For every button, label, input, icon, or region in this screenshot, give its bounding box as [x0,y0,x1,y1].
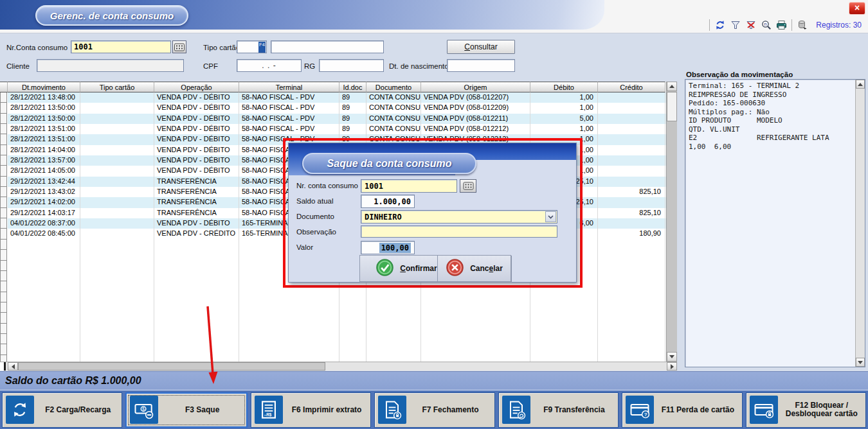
row-selector-cell[interactable] [0,250,7,260]
f3-saque-button[interactable]: $ F3 Saque [125,392,247,428]
horizontal-scroll-thumb[interactable] [18,362,325,371]
table-cell[interactable] [80,166,154,176]
table-cell[interactable]: VENDA PDV - DÉBITO [154,114,239,124]
table-cell[interactable]: VENDA PDV (058-012209) [421,103,530,113]
table-cell[interactable]: 28/12/2021 13:51:00 [8,124,80,134]
table-cell[interactable]: 58-NAO FISCAL - PDV [239,114,339,124]
row-selector-cell[interactable] [0,302,7,313]
table-cell[interactable]: 1,00 [530,124,598,134]
table-cell[interactable]: 58-NAO FISCAL - PDV [239,92,339,103]
dialog-observacao-input[interactable] [361,225,557,238]
column-header[interactable]: Tipo cartão [80,82,154,92]
tipo-cartao-code-input[interactable]: F4 [237,40,267,53]
scroll-left-icon[interactable] [8,362,18,371]
column-header[interactable]: Dt.movimento [8,82,80,92]
scroll-up-icon[interactable] [667,82,677,91]
clear-filter-icon[interactable] [745,20,756,31]
table-cell[interactable]: VENDA PDV - DÉBITO [154,134,239,144]
nascimento-input[interactable] [447,59,515,72]
table-cell[interactable]: 180,90 [598,229,665,239]
scroll-right-icon[interactable] [667,362,677,371]
dialog-nr-conta-input[interactable] [361,179,457,193]
table-cell[interactable] [598,92,665,103]
row-selector-cell[interactable] [0,208,7,218]
dialog-valor-input[interactable]: 100,00 [361,241,415,254]
table-cell[interactable]: 1,00 [530,92,598,103]
column-header[interactable]: Terminal [239,82,339,92]
table-cell[interactable]: CONTA CONSUM [366,124,421,134]
table-cell[interactable]: VENDA PDV (058-012207) [421,92,530,103]
table-cell[interactable]: 5,00 [530,114,598,124]
cliente-input[interactable] [37,59,184,72]
table-cell[interactable]: 58-NAO FISCAL - PDV [239,103,339,113]
row-selector-cell[interactable] [0,281,7,292]
table-cell[interactable]: VENDA PDV - DÉBITO [154,124,239,134]
row-selector-cell[interactable] [0,92,7,103]
tipo-cartao-desc-input[interactable] [271,40,384,53]
row-selector-cell[interactable] [0,197,7,207]
f2-carga-recarga-button[interactable]: F2 Carga/Recarga [2,392,122,428]
table-cell[interactable]: 89 [339,124,366,134]
table-cell[interactable]: 29/12/2021 13:43:02 [8,187,80,197]
table-cell[interactable]: 89 [339,114,366,124]
nr-conta-input[interactable] [71,40,171,53]
column-header[interactable]: Débito [530,82,598,92]
table-cell[interactable] [80,187,154,197]
vertical-scrollbar[interactable] [666,82,677,362]
column-header[interactable]: Id.doc [339,82,366,92]
row-selector-cell[interactable] [0,218,7,229]
row-selector-cell[interactable] [0,114,7,124]
close-icon[interactable]: × [849,2,865,15]
row-selector-cell[interactable] [0,324,7,334]
table-cell[interactable]: VENDA PDV - DÉBITO [154,145,239,155]
table-row[interactable]: 28/12/2021 13:51:00VENDA PDV - DÉBITO58-… [8,124,666,134]
table-row[interactable]: 28/12/2021 13:48:00VENDA PDV - DÉBITO58-… [8,92,666,103]
table-cell[interactable]: 29/12/2021 14:02:00 [8,197,80,207]
table-cell[interactable]: 28/12/2021 13:50:00 [8,103,80,113]
table-cell[interactable] [598,155,665,166]
row-selector-cell[interactable] [0,261,7,271]
observacao-scrollbar[interactable] [855,80,865,367]
table-cell[interactable] [598,177,665,187]
table-cell[interactable] [80,145,154,155]
table-cell[interactable] [598,103,665,113]
table-cell[interactable]: 89 [339,103,366,113]
table-row[interactable]: 28/12/2021 13:50:00VENDA PDV - DÉBITO58-… [8,103,666,113]
table-cell[interactable] [80,177,154,187]
table-cell[interactable]: VENDA PDV - DÉBITO [154,92,239,103]
row-selector-cell[interactable] [0,166,7,176]
table-cell[interactable] [598,114,665,124]
filter-icon[interactable] [730,20,741,31]
table-cell[interactable]: VENDA PDV - DÉBITO [154,103,239,113]
table-cell[interactable] [80,208,154,218]
table-cell[interactable] [598,134,665,144]
table-cell[interactable]: TRANSFERÊNCIA [154,208,239,218]
dialog-documento-select[interactable]: DINHEIRO [361,210,557,223]
chevron-down-icon[interactable] [545,211,556,222]
table-cell[interactable]: 28/12/2021 14:05:00 [8,166,80,176]
row-selector-cell[interactable] [0,292,7,302]
observacao-textarea[interactable]: Terminal: 165 - TERMINAL 2 REIMPRESSAO D… [685,79,865,367]
table-cell[interactable] [598,166,665,176]
obs-scroll-down-icon[interactable] [856,358,865,367]
cancelar-button[interactable]: Cancelar [437,255,511,282]
consultar-button[interactable]: Consultar [447,40,515,54]
table-row[interactable]: 28/12/2021 13:50:00VENDA PDV - DÉBITO58-… [8,114,666,124]
row-selector-cell[interactable] [0,187,7,197]
table-cell[interactable] [80,134,154,144]
print-icon[interactable] [776,20,787,31]
export-data-icon[interactable] [797,20,808,31]
row-selector-cell[interactable] [0,177,7,187]
table-cell[interactable]: 58-NAO FISCAL - PDV [239,124,339,134]
table-cell[interactable]: CONTA CONSUM [366,114,421,124]
table-cell[interactable]: 89 [339,92,366,103]
horizontal-scrollbar[interactable] [0,362,677,371]
table-cell[interactable]: TRANSFERÊNCIA [154,177,239,187]
table-cell[interactable]: CONTA CONSUM [366,92,421,103]
row-selector-cell[interactable] [0,103,7,113]
keypad-icon[interactable] [172,40,186,53]
table-cell[interactable] [80,229,154,239]
column-header[interactable]: Origem [421,82,530,92]
f9-transferencia-button[interactable]: F9 Transferência [498,392,619,428]
table-cell[interactable] [80,218,154,229]
